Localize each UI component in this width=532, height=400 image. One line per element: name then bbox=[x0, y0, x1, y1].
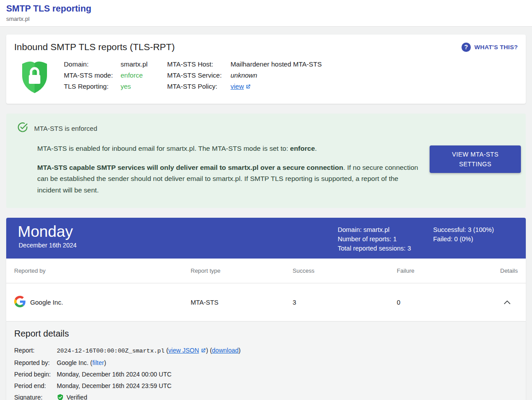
day-summary-band: Monday December 16th 2024 Domain: smartx… bbox=[6, 218, 526, 259]
col-reported-by: Reported by bbox=[14, 267, 191, 274]
page-header: SMTP TLS reporting smartx.pl bbox=[0, 0, 532, 27]
period-end-value: Monday, December 16th 2024 23:59 UTC bbox=[57, 382, 172, 389]
field-label-mta-sts-service: MTA-STS Service: bbox=[167, 70, 231, 81]
alert-paragraph-2: MTA-STS capable SMTP services will only … bbox=[37, 162, 419, 196]
alert-title: MTA-STS is enforced bbox=[34, 125, 97, 132]
download-link[interactable]: download bbox=[212, 347, 239, 354]
reported-by-row: Reported by:Google Inc. (filter) bbox=[14, 357, 518, 369]
whats-this-link[interactable]: ? WHAT'S THIS? bbox=[462, 43, 518, 52]
field-label-mta-sts-host: MTA-STS Host: bbox=[167, 59, 231, 70]
inbound-card-title: Inbound SMTP TLS reports (TLS-RPT) bbox=[14, 42, 175, 52]
report-file-row: Report:2024-12-16T00:00:00Z_smartx.pl (v… bbox=[14, 345, 518, 357]
day-date: December 16th 2024 bbox=[19, 242, 77, 249]
field-value-mta-sts-mode: enforce bbox=[121, 70, 167, 81]
check-circle-icon bbox=[17, 122, 28, 135]
external-link-icon bbox=[200, 345, 206, 357]
whats-this-label: WHAT'S THIS? bbox=[474, 44, 518, 51]
field-label-mta-sts-mode: MTA-STS mode: bbox=[64, 70, 121, 81]
field-value-tls-reporting: yes bbox=[121, 81, 167, 93]
signature-row: Signature:Verified bbox=[14, 392, 518, 400]
reporter-name: Google Inc. bbox=[30, 299, 63, 306]
report-table-header: Reported by Report type Success Failure … bbox=[6, 259, 526, 283]
col-failure: Failure bbox=[397, 267, 485, 274]
report-file-name: 2024-12-16T00:00:00Z_smartx.pl bbox=[57, 348, 164, 354]
page-title: SMTP TLS reporting bbox=[6, 3, 526, 14]
field-label-domain: Domain: bbox=[64, 59, 121, 70]
field-label-mta-sts-policy: MTA-STS Policy: bbox=[167, 81, 231, 93]
inbound-tls-card: Inbound SMTP TLS reports (TLS-RPT) ? WHA… bbox=[6, 35, 526, 104]
main-content: Inbound SMTP TLS reports (TLS-RPT) ? WHA… bbox=[0, 27, 532, 400]
col-details: Details bbox=[485, 267, 518, 274]
stat-domain: Domain: smartx.pl bbox=[338, 225, 411, 235]
report-details-panel: Report details Report:2024-12-16T00:00:0… bbox=[6, 322, 526, 400]
google-logo-icon bbox=[14, 296, 26, 309]
shield-lock-icon bbox=[20, 59, 49, 96]
signature-value: Verified bbox=[66, 394, 87, 400]
inbound-detail-grid: Domain: smartx.pl MTA-STS Host: Mailhard… bbox=[64, 59, 322, 93]
alert-paragraph-1: MTA-STS is enabled for inbound email for… bbox=[37, 143, 419, 154]
page-subtitle: smartx.pl bbox=[6, 16, 526, 22]
day-stats: Domain: smartx.pl Number of reports: 1 T… bbox=[338, 222, 494, 253]
col-report-type: Report type bbox=[191, 267, 293, 274]
verified-shield-icon bbox=[57, 393, 64, 400]
period-begin-value: Monday, December 16th 2024 00:00 UTC bbox=[57, 371, 172, 378]
view-mta-sts-settings-button[interactable]: VIEW MTA-STS SETTINGS bbox=[430, 145, 521, 173]
question-icon: ? bbox=[462, 43, 471, 52]
field-value-mta-sts-service: unknown bbox=[231, 70, 322, 81]
field-value-domain: smartx.pl bbox=[121, 59, 167, 70]
row-report-type: MTA-STS bbox=[191, 299, 293, 306]
report-details-heading: Report details bbox=[14, 329, 518, 339]
external-link-icon bbox=[245, 82, 251, 93]
chevron-up-icon bbox=[504, 299, 511, 306]
stat-successful: Successful: 3 (100%) bbox=[433, 225, 494, 235]
alert-body: MTA-STS is enabled for inbound email for… bbox=[37, 143, 419, 196]
field-value-mta-sts-host: Mailhardener hosted MTA-STS bbox=[231, 59, 322, 70]
row-success-count: 3 bbox=[293, 299, 397, 306]
period-begin-row: Period begin:Monday, December 16th 2024 … bbox=[14, 369, 518, 380]
stat-number-of-reports: Number of reports: 1 bbox=[338, 235, 411, 244]
field-label-tls-reporting: TLS Reporting: bbox=[64, 81, 121, 93]
reported-by-value: Google Inc. bbox=[57, 359, 89, 366]
table-row-google[interactable]: Google Inc. MTA-STS 3 0 bbox=[6, 283, 526, 322]
day-name: Monday bbox=[18, 222, 77, 241]
period-end-row: Period end:Monday, December 16th 2024 23… bbox=[14, 380, 518, 392]
stat-total-sessions: Total reported sessions: 3 bbox=[338, 244, 411, 253]
stat-failed: Failed: 0 (0%) bbox=[433, 235, 494, 244]
mta-sts-status-alert: MTA-STS is enforced MTA-STS is enabled f… bbox=[6, 114, 526, 208]
col-success: Success bbox=[293, 267, 397, 274]
view-policy-link[interactable]: view bbox=[231, 82, 244, 90]
row-failure-count: 0 bbox=[397, 299, 485, 306]
collapse-row-button[interactable] bbox=[485, 299, 518, 306]
daily-report-card: Monday December 16th 2024 Domain: smartx… bbox=[6, 218, 526, 400]
view-json-link[interactable]: view JSON bbox=[168, 347, 199, 354]
filter-link[interactable]: filter bbox=[92, 359, 104, 366]
